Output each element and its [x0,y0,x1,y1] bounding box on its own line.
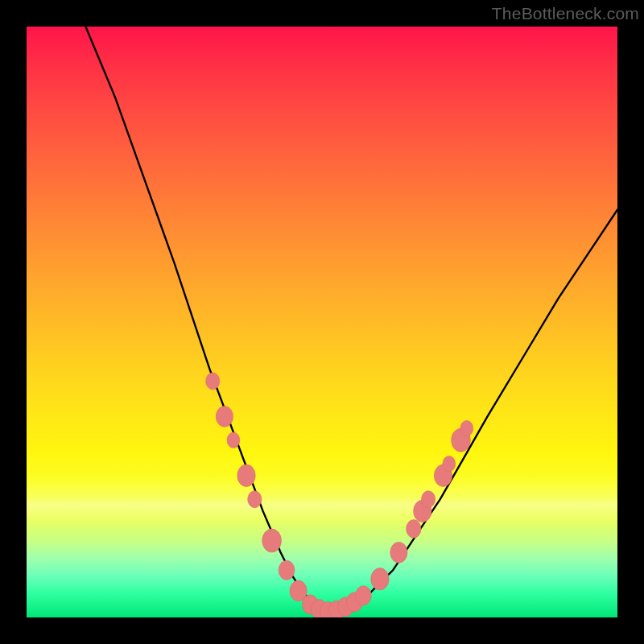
curve-marker [443,456,456,472]
curve-marker [206,373,220,390]
curve-markers [206,373,473,617]
curve-marker [248,491,262,508]
curve-marker [237,464,255,486]
curve-layer [27,27,617,617]
curve-marker [356,586,372,605]
curve-marker [390,542,407,563]
curve-marker [407,520,421,539]
curve-marker [279,560,295,580]
curve-marker [422,491,436,508]
chart-frame: TheBottleneck.com [0,0,644,644]
watermark-text: TheBottleneck.com [492,4,639,23]
curve-marker [460,420,473,436]
curve-marker [371,568,389,590]
plot-area [27,27,617,617]
curve-marker [216,407,233,427]
curve-marker [227,432,240,448]
curve-marker [262,529,282,552]
bottleneck-curve [85,27,617,612]
